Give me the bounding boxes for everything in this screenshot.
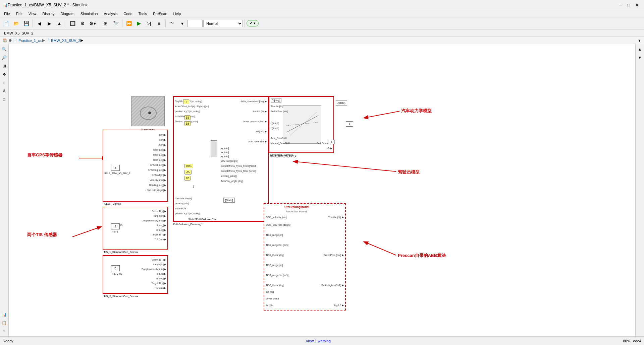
dynamics-label: Dynamics_Sample [270, 153, 293, 156]
path-follower-label: PathFollower_Preview_1 [173, 223, 203, 226]
scope-btn[interactable]: 🔭 [111, 19, 120, 28]
fit-btn[interactable]: ⊞ [1, 62, 8, 70]
status-bar: Ready View 1 warning 80% ode4 [0, 336, 644, 345]
minimize-btn[interactable]: ─ [616, 3, 625, 7]
menu-file[interactable]: File [1, 11, 13, 16]
settings2-btn[interactable]: ⚙▾ [88, 19, 97, 28]
block-btn[interactable]: □ [1, 96, 8, 103]
new-btn[interactable]: 📄 [1, 19, 11, 28]
svg-line-10 [286, 122, 318, 126]
open-btn[interactable]: 📂 [11, 19, 21, 28]
status-warning[interactable]: View 1 warning [306, 339, 330, 343]
main-area: 🔍 🔎 ⊞ ✥ ↔ A □ 📊 📋 » [0, 44, 644, 336]
annotation-vehicle: 汽车动力学模型 [401, 108, 432, 114]
menu-display[interactable]: Display [40, 11, 57, 16]
title-icon: 📊 [3, 3, 8, 7]
menu-simulation[interactable]: Simulation [78, 11, 100, 16]
status-ready: Ready [3, 339, 13, 343]
restore-btn[interactable]: □ [625, 3, 633, 7]
tis2-demux-label: TIS_2_StandardCoh_Demux [104, 295, 138, 298]
menu-edit[interactable]: Edit [13, 11, 25, 16]
panel-btn[interactable]: 📊 [1, 311, 8, 318]
back-btn[interactable]: ◀ [35, 19, 44, 28]
solver-type: ode4 [633, 339, 641, 343]
menu-help[interactable]: Help [171, 11, 184, 16]
svg-line-2 [364, 111, 399, 118]
arrow-btn[interactable]: ↔ [1, 79, 8, 86]
left-tools: 🔍 🔎 ⊞ ✥ ↔ A □ 📊 📋 » [0, 44, 9, 336]
annotation-gps: 自车GPS等传感器 [27, 152, 62, 158]
svg-line-1 [72, 227, 101, 237]
annotation-tis: 两个TIS 传感器 [27, 232, 57, 238]
breadcrumb-practice[interactable]: Practice_1_cs [18, 39, 42, 43]
step-btn[interactable]: ▷| [144, 19, 154, 28]
grid-btn[interactable]: ⊞ [101, 19, 110, 28]
mode-dropdown[interactable]: Normal Accelerator Rapid Accelerator [203, 20, 243, 27]
wave-btn[interactable]: 〜 [167, 19, 177, 28]
close-btn[interactable]: ✕ [633, 3, 641, 7]
svg-line-4 [364, 242, 396, 255]
tis1-label: TIS_1 [112, 230, 118, 233]
stop-btn[interactable]: ■ [154, 19, 164, 28]
menu-prescan[interactable]: PreScan [150, 11, 170, 16]
tab-bmw[interactable]: BMW_X5_SUV_2 [1, 30, 36, 36]
annotation-aeb: Prescan自带的AEB算法 [398, 253, 446, 259]
toolbar: 📄 📂 💾 ◀ ▶ ▲ 🔲 ⚙ ⚙▾ ⊞ 🔭 ⏩ ▶ ▷| ■ 〜 ▾ 19 N… [0, 17, 644, 29]
svg-line-3 [294, 161, 396, 171]
settings-btn[interactable]: ⚙ [78, 19, 87, 28]
right-btn1[interactable]: ▲ [636, 46, 644, 53]
right-btn2[interactable]: ▼ [636, 54, 644, 61]
tis2-label: TIS_2 [112, 273, 118, 275]
up-btn[interactable]: ▲ [55, 19, 64, 28]
annotation-driver: 驾驶员模型 [398, 169, 420, 175]
window-title: Practice_1_cs/BMW_X5_SUV_2 * - Simulink [8, 3, 88, 7]
menu-diagram[interactable]: Diagram [58, 11, 77, 16]
menu-bar: File Edit View Display Diagram Simulatio… [0, 10, 644, 17]
state2path-label: State2PathFollowerChv [188, 218, 216, 221]
wave2-btn[interactable]: ▾ [177, 19, 187, 28]
zoom-level: 80% [623, 339, 630, 343]
pan-btn[interactable]: ✥ [1, 71, 8, 78]
menu-tools[interactable]: Tools [136, 11, 150, 16]
title-bar: 📊 Practice_1_cs/BMW_X5_SUV_2 * - Simulin… [0, 0, 644, 10]
breadcrumb-bmw[interactable]: BMW_X5_SUV_2 [51, 39, 80, 43]
right-panel: ▲ ▼ [635, 44, 644, 336]
menu-view[interactable]: View [26, 11, 39, 16]
menu-analysis[interactable]: Analysis [101, 11, 120, 16]
tab-bar: BMW_X5_SUV_2 [0, 29, 644, 37]
breadcrumb: 🏠 ⊕ 📄 Practice_1_cs ▶ 📄 BMW_X5_SUV_2 ▶ ▼ [0, 37, 644, 44]
menu-code[interactable]: Code [121, 11, 135, 16]
tis1-demux-label: TIS_1_StandardCoh_Demux [104, 251, 138, 254]
fast-btn[interactable]: ⏩ [124, 19, 133, 28]
run-btn[interactable]: ▶ [134, 19, 144, 28]
sim-time-input[interactable]: 19 [187, 20, 203, 27]
expand-btn[interactable]: » [1, 328, 8, 335]
canvas[interactable]: Trajectories x [m] ▶ y [m] ▶ z [m] ▶ Rot… [9, 44, 635, 336]
svg-line-11 [290, 112, 317, 136]
zoom-in-btn[interactable]: 🔍 [1, 46, 8, 53]
log-btn[interactable]: 📋 [1, 319, 8, 327]
text-btn[interactable]: A [1, 87, 8, 95]
self-demux-label: SELF_Demux [104, 202, 121, 205]
save-btn[interactable]: 💾 [21, 19, 31, 28]
check-btn[interactable]: ✔ ▾ [247, 20, 259, 26]
fwd-btn[interactable]: ▶ [45, 19, 54, 28]
self-gps-label: SELF_BMW_X5_SUV_2 [104, 172, 130, 175]
zoom-out-btn[interactable]: 🔎 [1, 54, 8, 61]
lib-btn[interactable]: 🔲 [68, 19, 77, 28]
